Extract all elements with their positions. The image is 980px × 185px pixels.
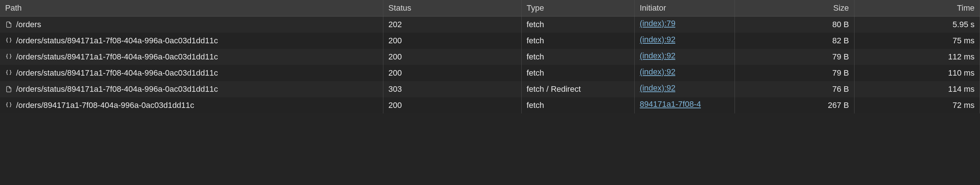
initiator-link[interactable]: (index):92 (640, 83, 676, 93)
cell-initiator: (index):92 (634, 65, 735, 81)
table-row[interactable]: /orders/status/894171a1-7f08-404a-996a-0… (0, 49, 980, 65)
cell-path: /orders/status/894171a1-7f08-404a-996a-0… (0, 65, 383, 81)
table-header-row: Path Status Type Initiator Size Time (0, 0, 980, 16)
cell-time: 110 ms (854, 65, 980, 81)
initiator-link[interactable]: 894171a1-7f08-4 (640, 100, 701, 109)
column-header-time[interactable]: Time (854, 0, 980, 16)
document-icon (5, 21, 13, 28)
json-braces-icon (5, 69, 13, 77)
cell-status: 200 (383, 33, 521, 49)
cell-size: 76 B (735, 81, 854, 97)
column-header-type[interactable]: Type (521, 0, 634, 16)
cell-status: 200 (383, 97, 521, 113)
cell-size: 79 B (735, 65, 854, 81)
initiator-link[interactable]: (index):92 (640, 67, 676, 77)
network-requests-table: Path Status Type Initiator Size Time /or… (0, 0, 980, 113)
table-row[interactable]: /orders/status/894171a1-7f08-404a-996a-0… (0, 65, 980, 81)
json-braces-icon (5, 37, 13, 44)
request-path: /orders (16, 20, 41, 29)
cell-initiator: 894171a1-7f08-4 (634, 97, 735, 113)
initiator-link[interactable]: (index):92 (640, 35, 676, 44)
json-braces-icon (5, 102, 13, 109)
cell-initiator: (index):92 (634, 81, 735, 97)
column-header-initiator[interactable]: Initiator (634, 0, 735, 16)
cell-status: 303 (383, 81, 521, 97)
cell-path: /orders/894171a1-7f08-404a-996a-0ac03d1d… (0, 97, 383, 113)
table-row[interactable]: /orders202fetch(index):7980 B5.95 s (0, 16, 980, 33)
cell-type: fetch / Redirect (521, 81, 634, 97)
cell-time: 75 ms (854, 33, 980, 49)
request-path: /orders/status/894171a1-7f08-404a-996a-0… (16, 52, 218, 62)
cell-size: 80 B (735, 16, 854, 33)
column-header-status[interactable]: Status (383, 0, 521, 16)
table-row[interactable]: /orders/894171a1-7f08-404a-996a-0ac03d1d… (0, 97, 980, 113)
table-row[interactable]: /orders/status/894171a1-7f08-404a-996a-0… (0, 33, 980, 49)
cell-size: 82 B (735, 33, 854, 49)
document-icon (5, 85, 13, 93)
request-path: /orders/status/894171a1-7f08-404a-996a-0… (16, 84, 218, 94)
cell-type: fetch (521, 33, 634, 49)
cell-status: 200 (383, 49, 521, 65)
cell-type: fetch (521, 49, 634, 65)
column-header-path[interactable]: Path (0, 0, 383, 16)
cell-type: fetch (521, 16, 634, 33)
cell-initiator: (index):92 (634, 49, 735, 65)
json-braces-icon (5, 53, 13, 61)
cell-path: /orders/status/894171a1-7f08-404a-996a-0… (0, 81, 383, 97)
cell-status: 202 (383, 16, 521, 33)
cell-time: 112 ms (854, 49, 980, 65)
request-path: /orders/status/894171a1-7f08-404a-996a-0… (16, 68, 218, 78)
table-row[interactable]: /orders/status/894171a1-7f08-404a-996a-0… (0, 81, 980, 97)
cell-type: fetch (521, 97, 634, 113)
cell-status: 200 (383, 65, 521, 81)
cell-type: fetch (521, 65, 634, 81)
cell-size: 267 B (735, 97, 854, 113)
initiator-link[interactable]: (index):79 (640, 19, 676, 28)
cell-initiator: (index):92 (634, 33, 735, 49)
initiator-link[interactable]: (index):92 (640, 51, 676, 61)
cell-time: 5.95 s (854, 16, 980, 33)
cell-size: 79 B (735, 49, 854, 65)
cell-time: 114 ms (854, 81, 980, 97)
column-header-size[interactable]: Size (735, 0, 854, 16)
request-path: /orders/894171a1-7f08-404a-996a-0ac03d1d… (16, 101, 194, 110)
cell-path: /orders/status/894171a1-7f08-404a-996a-0… (0, 33, 383, 49)
cell-time: 72 ms (854, 97, 980, 113)
cell-initiator: (index):79 (634, 16, 735, 33)
cell-path: /orders/status/894171a1-7f08-404a-996a-0… (0, 49, 383, 65)
request-path: /orders/status/894171a1-7f08-404a-996a-0… (16, 36, 218, 45)
cell-path: /orders (0, 16, 383, 33)
